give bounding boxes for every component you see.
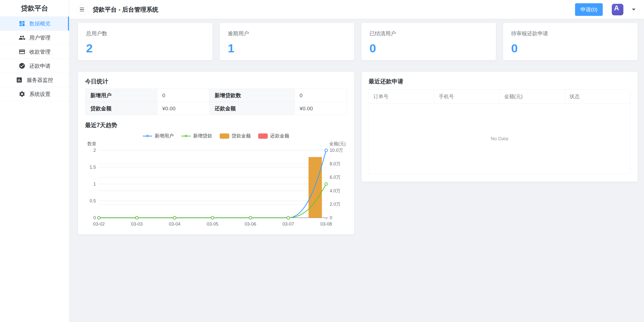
- stat-card-overdue-users: 逾期用户 1: [220, 23, 354, 60]
- today-stats-title: 今日统计: [85, 78, 347, 85]
- column-header-amount: 金额(元): [500, 90, 565, 104]
- sidebar-item-payment-management[interactable]: 收款管理: [0, 45, 69, 59]
- stat-card-total-users: 总用户数 2: [78, 23, 212, 60]
- app-root: 贷款平台 数据概览 用户管理 收款管理 还款申请 服务器监控 系统设置: [0, 0, 644, 322]
- content-area: 总用户数 2 逾期用户 1 已结清用户 0 待审核还款申请 0: [69, 19, 644, 322]
- svg-text:金额(元): 金额(元): [329, 141, 346, 146]
- sidebar: 贷款平台 数据概览 用户管理 收款管理 还款申请 服务器监控 系统设置: [0, 0, 69, 322]
- server-monitor-icon: [16, 77, 23, 83]
- check-circle-icon: [19, 62, 25, 69]
- table-cell-value: 0: [157, 89, 209, 102]
- svg-text:0: 0: [330, 215, 332, 220]
- hamburger-icon: [80, 8, 84, 8]
- chevron-down-icon[interactable]: [632, 9, 635, 11]
- bar-series-legend-icon: [258, 133, 268, 139]
- recent-repayments-table: 订单号 手机号 金额(元) 状态 No Data: [369, 89, 631, 174]
- stat-label: 待审核还款申请: [511, 30, 629, 37]
- stat-label: 逾期用户: [228, 30, 346, 37]
- table-cell-label: 新增贷款数: [209, 89, 294, 102]
- svg-text:03-06: 03-06: [245, 222, 256, 227]
- credit-card-icon: [19, 48, 25, 55]
- sidebar-item-label: 还款申请: [29, 62, 51, 69]
- legend-label: 贷款金额: [232, 133, 251, 139]
- legend-label: 新增贷款: [193, 133, 212, 139]
- sidebar-item-repayment-requests[interactable]: 还款申请: [0, 59, 69, 73]
- today-stats-panel: 今日统计 新增用户 0 新增贷款数 0 贷款金额 ¥0.00 还款金额 ¥: [78, 72, 354, 234]
- sidebar-item-system-settings[interactable]: 系统设置: [0, 87, 69, 101]
- table-cell-value: ¥0.00: [157, 102, 209, 115]
- svg-text:03-03: 03-03: [131, 222, 142, 227]
- svg-text:2: 2: [93, 148, 96, 153]
- legend-item-new-loans[interactable]: 新增贷款: [181, 133, 212, 139]
- stat-label: 总用户数: [86, 30, 204, 37]
- table-header-row: 订单号 手机号 金额(元) 状态: [369, 90, 630, 104]
- table-row: 新增用户 0 新增贷款数 0: [85, 89, 347, 102]
- table-cell-label: 新增用户: [85, 89, 157, 102]
- table-cell-label: 还款金额: [209, 102, 294, 115]
- stat-value: 0: [511, 41, 629, 55]
- dashboard-icon: [19, 20, 25, 27]
- trend-chart-title: 最近7天趋势: [85, 122, 347, 129]
- recent-repayments-title: 最近还款申请: [369, 78, 631, 85]
- svg-text:03-08: 03-08: [320, 222, 332, 227]
- svg-text:1.5: 1.5: [90, 165, 96, 170]
- svg-text:03-04: 03-04: [169, 222, 180, 227]
- stat-card-pending-repayments: 待审核还款申请 0: [503, 23, 637, 60]
- chart-legend: 新增用户 新增贷款 贷款金额 还款金额: [85, 133, 347, 139]
- legend-label: 还款金额: [270, 133, 289, 139]
- top-header: 贷款平台 - 后台管理系统 申请(0) A: [69, 0, 644, 19]
- sidebar-toggle-button[interactable]: [77, 4, 87, 15]
- recent-repayments-panel: 最近还款申请 订单号 手机号 金额(元) 状态 No Data: [362, 72, 638, 182]
- table-cell-label: 贷款金额: [85, 102, 157, 115]
- svg-text:6.0万: 6.0万: [330, 175, 340, 180]
- svg-text:4.0万: 4.0万: [330, 188, 340, 193]
- table-cell-value: ¥0.00: [294, 102, 347, 115]
- app-logo-title: 贷款平台: [0, 0, 69, 17]
- column-header-status: 状态: [565, 90, 630, 104]
- sidebar-item-user-management[interactable]: 用户管理: [0, 31, 69, 45]
- column-header-phone: 手机号: [434, 90, 500, 104]
- svg-text:8.0万: 8.0万: [330, 161, 340, 166]
- users-icon: [19, 34, 25, 41]
- stat-card-settled-users: 已结清用户 0: [361, 23, 496, 60]
- svg-text:数量: 数量: [87, 141, 96, 146]
- sidebar-item-label: 数据概览: [29, 20, 51, 27]
- svg-text:03-05: 03-05: [207, 222, 218, 227]
- stat-value: 1: [228, 41, 346, 55]
- today-stats-table: 新增用户 0 新增贷款数 0 贷款金额 ¥0.00 还款金额 ¥0.00: [85, 89, 347, 115]
- svg-text:0: 0: [93, 215, 96, 220]
- sidebar-item-label: 用户管理: [29, 34, 51, 41]
- svg-text:03-02: 03-02: [93, 222, 105, 227]
- stat-value: 2: [86, 41, 204, 55]
- settings-gear-icon: [19, 91, 25, 97]
- page-title: 贷款平台 - 后台管理系统: [93, 6, 158, 14]
- stat-label: 已结清用户: [369, 30, 488, 37]
- stat-cards-row: 总用户数 2 逾期用户 1 已结清用户 0 待审核还款申请 0: [78, 23, 637, 60]
- legend-label: 新增用户: [155, 133, 174, 139]
- panels-row: 今日统计 新增用户 0 新增贷款数 0 贷款金额 ¥0.00 还款金额 ¥: [78, 72, 637, 234]
- main-area: 贷款平台 - 后台管理系统 申请(0) A 总用户数 2 逾期用户 1 已结清用…: [69, 0, 644, 322]
- table-cell-value: 0: [294, 89, 347, 102]
- legend-item-repay-amount[interactable]: 还款金额: [258, 133, 289, 139]
- legend-item-new-users[interactable]: 新增用户: [143, 133, 174, 139]
- sidebar-item-label: 系统设置: [29, 91, 51, 98]
- line-series-legend-icon: [143, 134, 152, 138]
- empty-table-placeholder: No Data: [369, 104, 630, 174]
- sidebar-item-data-overview[interactable]: 数据概览: [0, 17, 69, 31]
- apply-button[interactable]: 申请(0): [575, 3, 603, 16]
- svg-text:10.0万: 10.0万: [330, 148, 343, 153]
- user-avatar[interactable]: A: [612, 4, 623, 15]
- svg-text:2.0万: 2.0万: [330, 202, 340, 207]
- svg-text:03-07: 03-07: [282, 222, 294, 227]
- svg-text:0.5: 0.5: [90, 198, 96, 203]
- bar-series-legend-icon: [220, 133, 229, 139]
- sidebar-item-label: 收款管理: [29, 48, 51, 55]
- svg-text:1: 1: [93, 182, 96, 187]
- trend-chart: 00.511.5202.0万4.0万6.0万8.0万10.0万03-0203-0…: [85, 140, 346, 228]
- trend-chart-container: 00.511.5202.0万4.0万6.0万8.0万10.0万03-0203-0…: [85, 140, 347, 229]
- stat-value: 0: [369, 41, 488, 55]
- legend-item-loan-amount[interactable]: 贷款金额: [220, 133, 251, 139]
- sidebar-item-label: 服务器监控: [27, 77, 53, 84]
- line-series-legend-icon: [181, 134, 191, 138]
- sidebar-item-server-monitor[interactable]: 服务器监控: [0, 73, 69, 87]
